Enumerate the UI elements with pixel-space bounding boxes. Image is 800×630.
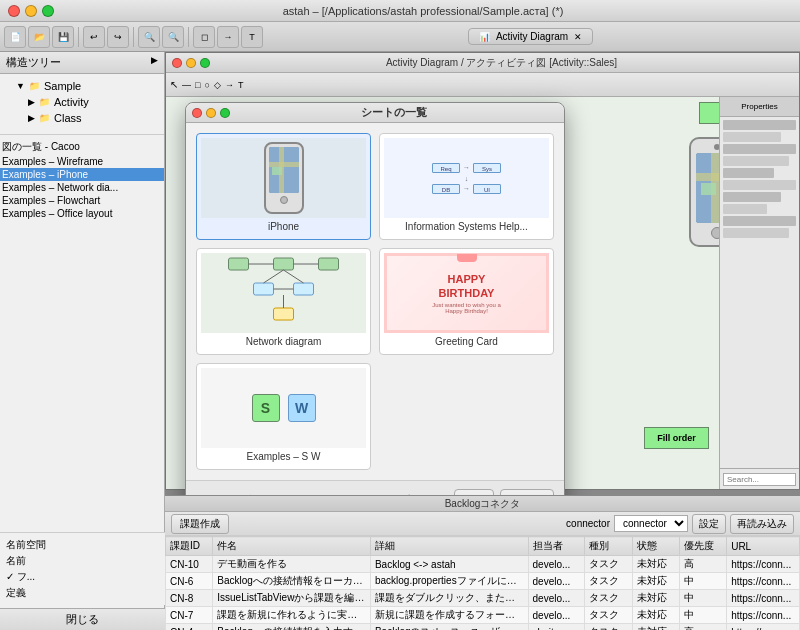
table-row[interactable]: CN-6Backlogへの接続情報をローカル...backlog.propert… <box>166 573 800 590</box>
cell-id: CN-7 <box>166 607 213 624</box>
cell-status: 未対応 <box>632 624 679 631</box>
cell-detail: backlog.propertiesファイルに保存する <box>370 573 528 590</box>
inner-minimize-btn[interactable] <box>186 58 196 68</box>
new-icon[interactable]: 📄 <box>4 26 26 48</box>
text-tool-icon[interactable]: T <box>236 80 246 90</box>
zoom-in-icon[interactable]: 🔍 <box>138 26 160 48</box>
arrow-icon[interactable]: → <box>217 26 239 48</box>
cell-status: 未対応 <box>632 590 679 607</box>
panel-search[interactable] <box>720 468 799 489</box>
tab-label: Activity Diagram <box>496 31 568 42</box>
network-svg <box>201 253 366 333</box>
panel-search-input[interactable] <box>723 473 796 486</box>
table-row[interactable]: CN-7課題を新規に作れるように実装する新規に課題を作成するフォームを作るdev… <box>166 607 800 624</box>
sheet-item-birthday[interactable]: HAPPYBIRTHDAY Just wanted to wish you aH… <box>379 248 554 355</box>
fillorder-box: Fill order <box>644 427 709 449</box>
tree-arrow-sample: ▼ <box>16 81 25 91</box>
tab-close-icon[interactable]: ✕ <box>574 32 582 42</box>
list-item-flowchart[interactable]: Examples – Flowchart <box>0 194 164 207</box>
oval-tool-icon[interactable]: ○ <box>202 80 211 90</box>
cell-detail: Backlog <-> astah <box>370 556 528 573</box>
connector-select[interactable]: connector <box>614 515 688 532</box>
tree-item-sample[interactable]: ▼ 📁 Sample <box>0 78 164 94</box>
col-url: URL <box>727 537 800 556</box>
modal-max-btn[interactable] <box>220 108 230 118</box>
panel-content <box>720 117 799 468</box>
table-row[interactable]: CN-8IssueListTabViewから課題を編集...課題をダブルクリック… <box>166 590 800 607</box>
save-icon[interactable]: 💾 <box>52 26 74 48</box>
sheet-item-infosys[interactable]: Req → Sys ↓ DB → UI <box>379 133 554 240</box>
arrow-tool-icon[interactable]: → <box>223 80 236 90</box>
list-item-office[interactable]: Examples – Office layout <box>0 207 164 220</box>
tree-item-activity[interactable]: ▶ 📁 Activity <box>0 94 164 110</box>
right-properties-panel: Properties <box>719 97 799 489</box>
sheet-item-iphone[interactable]: iPhone <box>196 133 371 240</box>
diagram-icon[interactable]: ◻ <box>193 26 215 48</box>
infosys-thumb: Req → Sys ↓ DB → UI <box>384 138 549 218</box>
left-panel: 構造ツリー ▶ ▼ 📁 Sample ▶ 📁 Activity ▶ 📁 Clas… <box>0 52 165 630</box>
cursor-icon[interactable]: ↖ <box>168 79 180 90</box>
cell-priority: 高 <box>679 556 726 573</box>
svg-rect-3 <box>701 183 716 195</box>
open-icon[interactable]: 📂 <box>28 26 50 48</box>
list-item-cacoo[interactable]: 図の一覧 - Cacoo <box>0 139 164 155</box>
list-item-wireframe[interactable]: Examples – Wireframe <box>0 155 164 168</box>
sheet-grid: iPhone Req → Sys ↓ <box>196 133 554 470</box>
tree-collapse-icon[interactable]: ▶ <box>151 55 158 70</box>
line-tool-icon[interactable]: — <box>180 80 193 90</box>
backlog-table-scroll[interactable]: 課題ID 件名 詳細 担当者 種別 状態 優先度 URL CN-10デモ動画を作… <box>165 536 800 630</box>
prop-name: 名前 <box>4 553 161 569</box>
text-icon[interactable]: T <box>241 26 263 48</box>
settings-connector-button[interactable]: 設定 <box>692 514 726 534</box>
create-issue-button[interactable]: 課題作成 <box>171 514 229 534</box>
rect-tool-icon[interactable]: □ <box>193 80 202 90</box>
network-thumb <box>201 253 366 333</box>
maximize-window-btn[interactable] <box>42 5 54 17</box>
list-panel: 図の一覧 - Cacoo Examples – Wireframe Exampl… <box>0 135 164 224</box>
zoom-out-icon[interactable]: 🔍 <box>162 26 184 48</box>
svg-rect-8 <box>229 258 249 270</box>
table-row[interactable]: CN-4Backlogへの接続情報を入力するフ...Backlogのスペース、ユ… <box>166 624 800 631</box>
sheet-item-network[interactable]: Network diagram <box>196 248 371 355</box>
backlog-toolbar: 課題作成 connector connector 設定 再読み込み <box>165 512 800 536</box>
table-row[interactable]: CN-10デモ動画を作るBacklog <-> astahdevelo...タス… <box>166 556 800 573</box>
close-button[interactable]: 閉じる <box>0 608 165 630</box>
center-area: Activity Diagram / アクティビティ図 [Activity::S… <box>165 52 800 630</box>
list-item-iphone[interactable]: Examples – iPhone <box>0 168 164 181</box>
iphone-sheet-label: iPhone <box>201 218 366 235</box>
activity-diagram-tab[interactable]: 📊 Activity Diagram ✕ <box>468 28 593 45</box>
app-title-bar: astah – [/Applications/astah professiona… <box>0 0 800 22</box>
window-controls <box>8 5 54 17</box>
undo-icon[interactable]: ↩ <box>83 26 105 48</box>
col-id: 課題ID <box>166 537 213 556</box>
cell-id: CN-6 <box>166 573 213 590</box>
svg-rect-12 <box>294 283 314 295</box>
inner-title-bar: Activity Diagram / アクティビティ図 [Activity::S… <box>166 53 799 73</box>
close-label: 閉じる <box>66 612 99 627</box>
col-type: 種別 <box>585 537 632 556</box>
prop-check: ✓ フ... <box>4 569 161 585</box>
modal-min-btn[interactable] <box>206 108 216 118</box>
svg-rect-10 <box>319 258 339 270</box>
redo-icon[interactable]: ↪ <box>107 26 129 48</box>
svg-rect-9 <box>274 258 294 270</box>
cell-assignee: develo... <box>528 590 585 607</box>
cell-url: https://conn... <box>727 590 800 607</box>
col-detail: 詳細 <box>370 537 528 556</box>
tree-item-class[interactable]: ▶ 📁 Class <box>0 110 164 126</box>
inner-close-btn[interactable] <box>172 58 182 68</box>
col-priority: 優先度 <box>679 537 726 556</box>
inner-maximize-btn[interactable] <box>200 58 210 68</box>
list-item-network[interactable]: Examples – Network dia... <box>0 181 164 194</box>
close-window-btn[interactable] <box>8 5 20 17</box>
sheet-item-extra[interactable]: S W Examples – S W <box>196 363 371 470</box>
backlog-panel: Backlogコネクタ 課題作成 connector connector 設定 … <box>165 495 800 630</box>
modal-close-btn[interactable] <box>192 108 202 118</box>
diamond-tool-icon[interactable]: ◇ <box>212 80 223 90</box>
tree-arrow-class: ▶ <box>28 113 35 123</box>
main-toolbar: 📄 📂 💾 ↩ ↪ 🔍 🔍 ◻ → T 📊 Activity Diagram ✕ <box>0 22 800 52</box>
minimize-window-btn[interactable] <box>25 5 37 17</box>
reload-button[interactable]: 再読み込み <box>730 514 794 534</box>
cell-assignee: develo... <box>528 556 585 573</box>
tree-label-activity: Activity <box>54 96 89 108</box>
